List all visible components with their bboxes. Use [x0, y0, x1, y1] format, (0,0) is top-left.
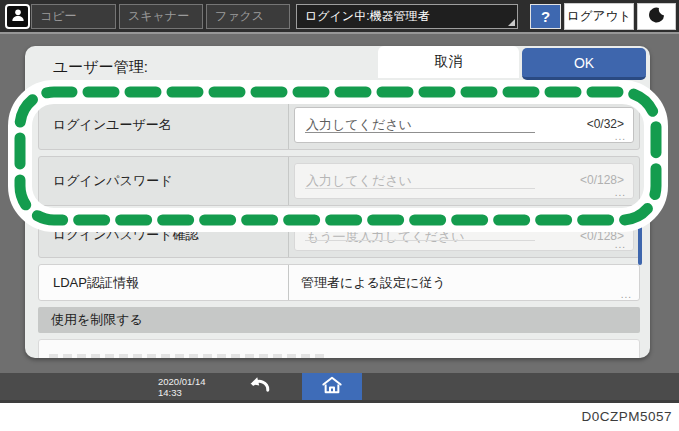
tab-scanner-label: スキャナー [128, 8, 189, 25]
user-account-button[interactable] [5, 4, 30, 29]
page-title: ユーザー管理: [53, 58, 148, 77]
more-dots: ... [621, 290, 632, 300]
device-screen: コピー スキャナー ファクス ログイン中:機器管理者 ? ログアウト [0, 0, 679, 403]
more-dots: ... [615, 240, 626, 250]
ldap-auth-info-label: LDAP認証情報 [53, 274, 139, 292]
divider [288, 265, 289, 300]
login-password-confirm-label: ログインパスワード確認 [53, 226, 198, 244]
restrict-usage-label: 使用を制限する [51, 311, 143, 329]
login-status-dropdown[interactable]: ログイン中:機器管理者 [296, 4, 518, 29]
user-management-panel: ユーザー管理: 取消 OK ログインユーザー名 入力してください <0/32> … [25, 46, 650, 358]
tab-copy-label: コピー [40, 8, 77, 25]
cancel-button[interactable]: 取消 [378, 46, 519, 78]
ok-button[interactable]: OK [522, 48, 646, 80]
restrict-usage-section-header: 使用を制限する [38, 307, 640, 333]
back-arrow-icon [245, 374, 273, 400]
input-underline [305, 240, 535, 241]
time-text: 14:33 [158, 387, 206, 398]
home-button[interactable] [302, 373, 362, 400]
login-user-name-row: ログインユーザー名 入力してください <0/32> ... [38, 100, 640, 150]
dropdown-corner-icon [508, 19, 515, 26]
figure-caption: D0CZPM5057 [581, 409, 672, 424]
tab-fax[interactable]: ファクス [206, 4, 290, 29]
datetime-display: 2020/01/14 14:33 [158, 376, 206, 399]
scrollbar-thumb[interactable] [638, 201, 642, 265]
back-button[interactable] [236, 373, 282, 400]
divider [288, 157, 289, 205]
login-password-counter: <0/128> [580, 173, 624, 187]
tab-scanner[interactable]: スキャナー [119, 4, 203, 29]
login-password-confirm-placeholder: もう一度入力してください [306, 228, 464, 246]
user-icon [10, 7, 26, 27]
tab-copy[interactable]: コピー [31, 4, 116, 29]
more-dots: ... [615, 132, 626, 142]
ldap-auth-info-value: 管理者による設定に従う [301, 274, 446, 292]
ldap-auth-info-row[interactable]: LDAP認証情報 管理者による設定に従う ... [38, 264, 640, 301]
help-button-label: ? [541, 8, 550, 25]
logout-button[interactable]: ログアウト [564, 3, 634, 30]
input-underline [305, 188, 535, 189]
login-user-name-label: ログインユーザー名 [53, 116, 172, 134]
divider [288, 213, 289, 257]
moon-icon [648, 6, 666, 28]
bottom-bar: 2020/01/14 14:33 [0, 373, 679, 403]
date-text: 2020/01/14 [158, 376, 206, 387]
top-bar: コピー スキャナー ファクス ログイン中:機器管理者 ? ログアウト [0, 0, 679, 34]
login-password-label: ログインパスワード [53, 172, 172, 190]
input-underline [305, 132, 535, 133]
cancel-button-label: 取消 [435, 53, 463, 71]
page: コピー スキャナー ファクス ログイン中:機器管理者 ? ログアウト [0, 0, 679, 431]
login-user-name-input[interactable]: 入力してください <0/32> ... [294, 107, 634, 143]
home-icon [321, 375, 343, 399]
divider [288, 101, 289, 149]
login-user-name-counter: <0/32> [587, 117, 624, 131]
clipped-row [38, 339, 640, 358]
help-button[interactable]: ? [530, 4, 561, 29]
tab-fax-label: ファクス [215, 8, 264, 25]
login-password-input[interactable]: 入力してください <0/128> ... [294, 163, 634, 199]
login-password-row: ログインパスワード 入力してください <0/128> ... [38, 156, 640, 206]
login-password-confirm-input[interactable]: もう一度入力してください <0/128> ... [294, 219, 634, 251]
ok-button-label: OK [574, 55, 594, 71]
login-status-label: ログイン中:機器管理者 [305, 8, 429, 25]
clipped-row-text-hint [49, 354, 329, 358]
sleep-mode-button[interactable] [637, 3, 676, 30]
more-dots: ... [615, 188, 626, 198]
login-password-confirm-row: ログインパスワード確認 もう一度入力してください <0/128> ... [38, 212, 640, 258]
logout-button-label: ログアウト [567, 8, 631, 25]
